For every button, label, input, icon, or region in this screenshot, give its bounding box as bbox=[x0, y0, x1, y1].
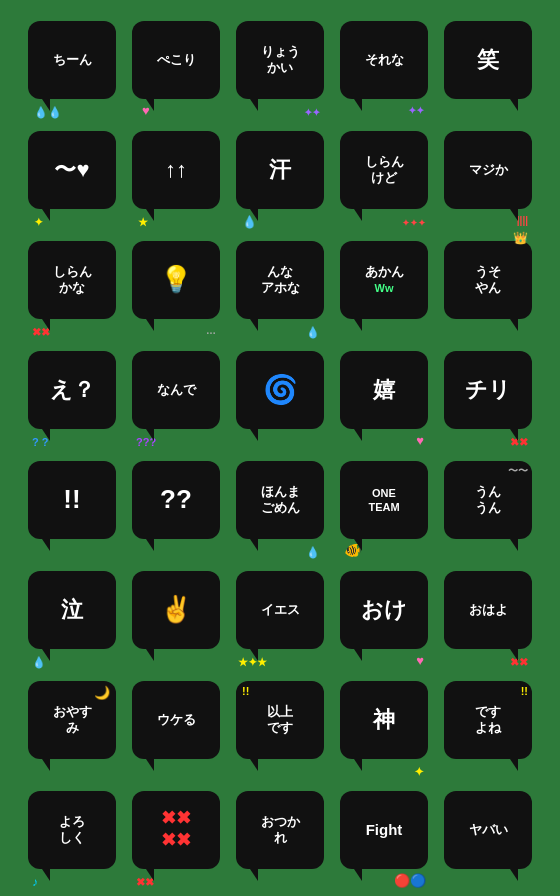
sticker-15[interactable]: 👑 うそ やん bbox=[438, 230, 538, 330]
sticker-26[interactable]: 泣 💧 bbox=[22, 560, 122, 660]
sticker-21[interactable]: !! bbox=[22, 450, 122, 550]
sticker-27[interactable]: ✌ bbox=[126, 560, 226, 660]
sticker-16[interactable]: え？ ? ? bbox=[22, 340, 122, 440]
sticker-20[interactable]: チリ ✖✖ bbox=[438, 340, 538, 440]
sticker-23[interactable]: ほんま ごめん 💧 bbox=[230, 450, 330, 550]
sticker-4[interactable]: それな ✦✦ bbox=[334, 10, 434, 110]
sticker-19[interactable]: 嬉 ♥ bbox=[334, 340, 434, 440]
sticker-29[interactable]: おけ ♥ bbox=[334, 560, 434, 660]
sticker-39[interactable]: Fight 🔴🔵 bbox=[334, 780, 434, 880]
sticker-1[interactable]: ちーん 💧💧 bbox=[22, 10, 122, 110]
sticker-36[interactable]: よろ しく ♪ bbox=[22, 780, 122, 880]
sticker-13[interactable]: んな アホな 💧 bbox=[230, 230, 330, 330]
sticker-7[interactable]: ↑↑ ★ bbox=[126, 120, 226, 220]
sticker-14[interactable]: あかん Ww bbox=[334, 230, 434, 330]
sticker-grid: ちーん 💧💧 ぺこり ♥ りょう かい ✦✦ それな ✦✦ 笑 〜♥ ✦ bbox=[12, 0, 548, 896]
sticker-17[interactable]: なんで ??? bbox=[126, 340, 226, 440]
sticker-33[interactable]: !! 以上 です bbox=[230, 670, 330, 770]
sticker-8[interactable]: 汗 💧 bbox=[230, 120, 330, 220]
sticker-2[interactable]: ぺこり ♥ bbox=[126, 10, 226, 110]
sticker-40[interactable]: ヤバい bbox=[438, 780, 538, 880]
sticker-3[interactable]: りょう かい ✦✦ bbox=[230, 10, 330, 110]
sticker-34[interactable]: 神 ✦ bbox=[334, 670, 434, 770]
sticker-12[interactable]: 💡 … bbox=[126, 230, 226, 330]
sticker-38[interactable]: おつか れ bbox=[230, 780, 330, 880]
sticker-6[interactable]: 〜♥ ✦ bbox=[22, 120, 122, 220]
sticker-35[interactable]: !! です よね bbox=[438, 670, 538, 770]
sticker-28[interactable]: イエス ★✦★ bbox=[230, 560, 330, 660]
sticker-5[interactable]: 笑 bbox=[438, 10, 538, 110]
sticker-11[interactable]: しらん かな ✖✖ bbox=[22, 230, 122, 330]
sticker-10[interactable]: マジか |||| bbox=[438, 120, 538, 220]
sticker-25[interactable]: 〜〜 うん うん bbox=[438, 450, 538, 550]
sticker-31[interactable]: 🌙 おやす み bbox=[22, 670, 122, 770]
sticker-24[interactable]: ONETEAM 🐠 bbox=[334, 450, 434, 550]
sticker-32[interactable]: ウケる bbox=[126, 670, 226, 770]
sticker-9[interactable]: しらん けど ✦✦✦ bbox=[334, 120, 434, 220]
sticker-30[interactable]: おはよ ✖✖ bbox=[438, 560, 538, 660]
sticker-22[interactable]: ?? bbox=[126, 450, 226, 550]
sticker-37[interactable]: ✖✖✖✖ ✖✖ bbox=[126, 780, 226, 880]
sticker-18[interactable]: 🌀 bbox=[230, 340, 330, 440]
